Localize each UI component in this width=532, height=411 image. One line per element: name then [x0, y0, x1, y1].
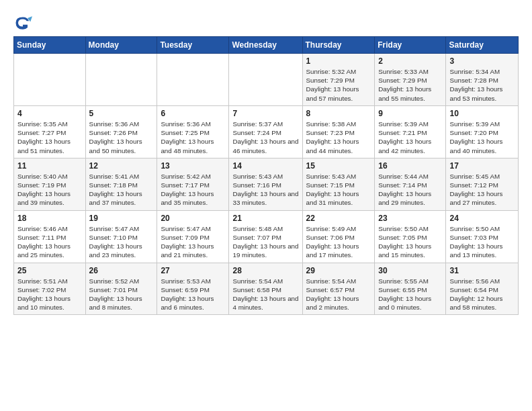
day-number: 9	[378, 109, 442, 118]
day-info: Sunrise: 5:56 AMSunset: 6:54 PMDaylight:…	[449, 277, 515, 312]
day-cell: 19Sunrise: 5:47 AMSunset: 7:10 PMDayligh…	[85, 210, 157, 263]
day-cell	[85, 54, 157, 106]
day-cell: 31Sunrise: 5:56 AMSunset: 6:54 PMDayligh…	[446, 263, 519, 315]
day-number: 21	[232, 214, 298, 223]
day-cell: 28Sunrise: 5:54 AMSunset: 6:58 PMDayligh…	[229, 263, 302, 315]
day-info: Sunrise: 5:41 AMSunset: 7:18 PMDaylight:…	[89, 172, 154, 208]
day-cell: 12Sunrise: 5:41 AMSunset: 7:18 PMDayligh…	[85, 158, 157, 210]
day-info: Sunrise: 5:36 AMSunset: 7:25 PMDaylight:…	[161, 120, 225, 155]
day-cell: 20Sunrise: 5:47 AMSunset: 7:09 PMDayligh…	[157, 210, 229, 263]
header-tuesday: Tuesday	[157, 37, 229, 54]
day-cell: 25Sunrise: 5:51 AMSunset: 7:02 PMDayligh…	[14, 263, 86, 315]
day-info: Sunrise: 5:53 AMSunset: 6:59 PMDaylight:…	[161, 277, 225, 312]
day-number: 2	[378, 56, 442, 66]
day-info: Sunrise: 5:49 AMSunset: 7:06 PMDaylight:…	[306, 224, 371, 260]
day-cell: 29Sunrise: 5:54 AMSunset: 6:57 PMDayligh…	[302, 263, 375, 315]
day-info: Sunrise: 5:33 AMSunset: 7:29 PMDaylight:…	[378, 67, 442, 103]
day-number: 11	[17, 161, 82, 171]
day-number: 25	[17, 266, 82, 275]
header-monday: Monday	[85, 37, 157, 54]
day-info: Sunrise: 5:44 AMSunset: 7:14 PMDaylight:…	[378, 172, 442, 208]
day-info: Sunrise: 5:54 AMSunset: 6:57 PMDaylight:…	[306, 277, 371, 312]
calendar-table: SundayMondayTuesdayWednesdayThursdayFrid…	[13, 36, 519, 315]
day-cell: 4Sunrise: 5:35 AMSunset: 7:27 PMDaylight…	[14, 105, 86, 158]
day-cell: 22Sunrise: 5:49 AMSunset: 7:06 PMDayligh…	[302, 210, 375, 263]
day-cell	[229, 54, 302, 106]
day-number: 13	[161, 161, 225, 171]
day-info: Sunrise: 5:50 AMSunset: 7:05 PMDaylight:…	[378, 224, 442, 260]
day-info: Sunrise: 5:43 AMSunset: 7:16 PMDaylight:…	[232, 172, 298, 208]
day-number: 30	[378, 266, 442, 275]
header-wednesday: Wednesday	[229, 37, 302, 54]
day-info: Sunrise: 5:35 AMSunset: 7:27 PMDaylight:…	[17, 120, 82, 155]
day-number: 20	[161, 214, 225, 223]
day-cell: 6Sunrise: 5:36 AMSunset: 7:25 PMDaylight…	[157, 105, 229, 158]
day-number: 5	[89, 109, 154, 118]
week-row-3: 11Sunrise: 5:40 AMSunset: 7:19 PMDayligh…	[14, 158, 519, 210]
day-number: 27	[161, 266, 225, 275]
day-cell: 18Sunrise: 5:46 AMSunset: 7:11 PMDayligh…	[14, 210, 86, 263]
day-number: 23	[378, 214, 442, 223]
day-number: 26	[89, 266, 154, 275]
header-friday: Friday	[375, 37, 446, 54]
day-info: Sunrise: 5:48 AMSunset: 7:07 PMDaylight:…	[232, 224, 298, 260]
day-number: 31	[449, 266, 515, 275]
day-cell: 5Sunrise: 5:36 AMSunset: 7:26 PMDaylight…	[85, 105, 157, 158]
day-info: Sunrise: 5:42 AMSunset: 7:17 PMDaylight:…	[161, 172, 225, 208]
day-cell: 15Sunrise: 5:43 AMSunset: 7:15 PMDayligh…	[302, 158, 375, 210]
day-info: Sunrise: 5:45 AMSunset: 7:12 PMDaylight:…	[449, 172, 515, 208]
day-cell: 30Sunrise: 5:55 AMSunset: 6:55 PMDayligh…	[375, 263, 446, 315]
day-number: 16	[378, 161, 442, 171]
day-number: 4	[17, 109, 82, 118]
header-row: SundayMondayTuesdayWednesdayThursdayFrid…	[14, 37, 519, 54]
day-info: Sunrise: 5:34 AMSunset: 7:28 PMDaylight:…	[449, 67, 515, 103]
day-info: Sunrise: 5:32 AMSunset: 7:29 PMDaylight:…	[306, 67, 371, 103]
day-cell: 7Sunrise: 5:37 AMSunset: 7:24 PMDaylight…	[229, 105, 302, 158]
day-number: 14	[232, 161, 298, 171]
day-info: Sunrise: 5:36 AMSunset: 7:26 PMDaylight:…	[89, 120, 154, 155]
day-cell: 17Sunrise: 5:45 AMSunset: 7:12 PMDayligh…	[446, 158, 519, 210]
day-info: Sunrise: 5:37 AMSunset: 7:24 PMDaylight:…	[232, 120, 298, 155]
day-number: 6	[161, 109, 225, 118]
day-info: Sunrise: 5:39 AMSunset: 7:21 PMDaylight:…	[378, 120, 442, 155]
week-row-4: 18Sunrise: 5:46 AMSunset: 7:11 PMDayligh…	[14, 210, 519, 263]
day-info: Sunrise: 5:52 AMSunset: 7:01 PMDaylight:…	[89, 277, 154, 312]
day-cell: 27Sunrise: 5:53 AMSunset: 6:59 PMDayligh…	[157, 263, 229, 315]
day-number: 29	[306, 266, 371, 275]
header-sunday: Sunday	[14, 37, 86, 54]
day-cell: 24Sunrise: 5:50 AMSunset: 7:03 PMDayligh…	[446, 210, 519, 263]
week-row-2: 4Sunrise: 5:35 AMSunset: 7:27 PMDaylight…	[14, 105, 519, 158]
day-number: 12	[89, 161, 154, 171]
day-cell: 3Sunrise: 5:34 AMSunset: 7:28 PMDaylight…	[446, 54, 519, 106]
day-cell: 9Sunrise: 5:39 AMSunset: 7:21 PMDaylight…	[375, 105, 446, 158]
day-number: 24	[449, 214, 515, 223]
day-info: Sunrise: 5:46 AMSunset: 7:11 PMDaylight:…	[17, 224, 82, 260]
day-info: Sunrise: 5:47 AMSunset: 7:09 PMDaylight:…	[161, 224, 225, 260]
week-row-1: 1Sunrise: 5:32 AMSunset: 7:29 PMDaylight…	[14, 54, 519, 106]
week-row-5: 25Sunrise: 5:51 AMSunset: 7:02 PMDayligh…	[14, 263, 519, 315]
day-cell: 8Sunrise: 5:38 AMSunset: 7:23 PMDaylight…	[302, 105, 375, 158]
day-info: Sunrise: 5:38 AMSunset: 7:23 PMDaylight:…	[306, 120, 371, 155]
day-cell: 1Sunrise: 5:32 AMSunset: 7:29 PMDaylight…	[302, 54, 375, 106]
day-cell: 11Sunrise: 5:40 AMSunset: 7:19 PMDayligh…	[14, 158, 86, 210]
day-number: 17	[449, 161, 515, 171]
day-cell: 2Sunrise: 5:33 AMSunset: 7:29 PMDaylight…	[375, 54, 446, 106]
day-cell: 26Sunrise: 5:52 AMSunset: 7:01 PMDayligh…	[85, 263, 157, 315]
day-number: 19	[89, 214, 154, 223]
day-number: 1	[306, 56, 371, 66]
day-number: 3	[449, 56, 515, 66]
day-info: Sunrise: 5:47 AMSunset: 7:10 PMDaylight:…	[89, 224, 154, 260]
day-cell: 14Sunrise: 5:43 AMSunset: 7:16 PMDayligh…	[229, 158, 302, 210]
day-info: Sunrise: 5:55 AMSunset: 6:55 PMDaylight:…	[378, 277, 442, 312]
day-cell	[14, 54, 86, 106]
day-info: Sunrise: 5:54 AMSunset: 6:58 PMDaylight:…	[232, 277, 298, 312]
day-number: 8	[306, 109, 371, 118]
day-cell: 16Sunrise: 5:44 AMSunset: 7:14 PMDayligh…	[375, 158, 446, 210]
day-number: 10	[449, 109, 515, 118]
day-number: 7	[232, 109, 298, 118]
day-cell	[157, 54, 229, 106]
logo	[13, 13, 34, 32]
header-thursday: Thursday	[302, 37, 375, 54]
day-info: Sunrise: 5:39 AMSunset: 7:20 PMDaylight:…	[449, 120, 515, 155]
day-number: 18	[17, 214, 82, 223]
